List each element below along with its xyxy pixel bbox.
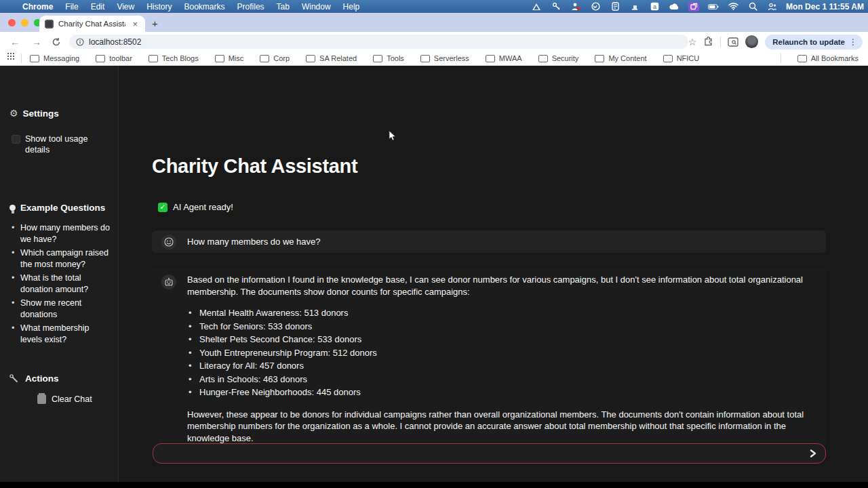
user-chat-message: How many members do we have?	[152, 230, 826, 253]
donor-count-item: Hunger-Free Neighborhoods: 445 donors	[189, 386, 816, 399]
toolbar-divider	[720, 37, 721, 47]
bookmark-folder[interactable]: My Content	[595, 54, 646, 62]
user-badge-icon[interactable]	[570, 2, 581, 12]
chat-input[interactable]	[153, 443, 826, 464]
menubar-item[interactable]: History	[140, 2, 178, 12]
example-questions-header: Example Questions	[9, 203, 105, 213]
bookmark-folder[interactable]: SA Related	[306, 54, 357, 62]
donor-count-item: Literacy for All: 457 donors	[189, 359, 816, 373]
screen: ChromeFileEditViewHistoryBookmarksProfil…	[0, 0, 868, 488]
clear-chat-button[interactable]: Clear Chat	[37, 394, 92, 404]
tab-favicon	[45, 20, 54, 28]
bookmark-folder[interactable]: NFICU	[663, 54, 700, 62]
user-avatar-icon	[161, 235, 176, 249]
menubar-item[interactable]: View	[111, 2, 140, 12]
chrome-toolbar: ← → localhost:8502 ☆ Relaunch to update …	[0, 32, 868, 52]
extensions-icon[interactable]	[703, 37, 713, 47]
back-button[interactable]: ←	[4, 37, 26, 47]
user-message-text: How many members do we have?	[187, 237, 321, 247]
menubar-item[interactable]: Help	[337, 2, 366, 12]
tool-usage-checkbox[interactable]	[12, 135, 20, 144]
app-main: Charity Chat Assistant ✓ AI Agent ready!…	[119, 66, 868, 482]
menubar-items: ChromeFileEditViewHistoryBookmarksProfil…	[16, 2, 366, 12]
site-info-icon[interactable]	[76, 38, 84, 46]
bookmark-folder[interactable]: Security	[538, 54, 579, 62]
screen-share-icon[interactable]	[688, 2, 699, 12]
all-bookmarks-button[interactable]: All Bookmarks	[797, 54, 859, 62]
bookmarks-divider-right	[781, 54, 781, 63]
menubar-item[interactable]: File	[59, 2, 84, 12]
cloud-icon[interactable]	[669, 2, 679, 12]
clear-chat-label: Clear Chat	[52, 394, 92, 404]
actions-header: Actions	[9, 373, 59, 384]
send-button[interactable]	[809, 449, 817, 458]
bookmark-folder[interactable]: Messaging	[30, 54, 79, 62]
address-bar[interactable]: localhost:8502	[69, 35, 688, 49]
example-questions-title: Example Questions	[20, 203, 105, 213]
menubar-item[interactable]: Window	[296, 2, 337, 12]
menubar-item[interactable]: Bookmarks	[178, 2, 231, 12]
tool-usage-label[interactable]: Show tool usage details	[25, 134, 101, 155]
url-text: localhost:8502	[89, 37, 141, 47]
bookmark-folder[interactable]: Tools	[373, 54, 404, 62]
example-question: Show me recent donations	[20, 298, 112, 320]
example-question: What is the total donation amount?	[20, 272, 112, 295]
forward-button[interactable]: →	[26, 37, 47, 47]
browser-circle-icon[interactable]	[590, 2, 601, 12]
bookmark-folder[interactable]: Tech Blogs	[149, 54, 199, 62]
bookmark-star-icon[interactable]: ☆	[688, 37, 697, 47]
bookmark-folder[interactable]: Serverless	[420, 54, 469, 62]
actions-title: Actions	[25, 373, 59, 384]
trash-icon	[37, 394, 46, 404]
profile-avatar[interactable]	[745, 35, 758, 48]
chrome-tabstrip: Charity Chat Assistant × +	[0, 13, 868, 32]
display-icon[interactable]	[629, 2, 640, 12]
bookmark-folder[interactable]: Misc	[215, 54, 244, 62]
menubar-clock[interactable]: Mon Dec 1 11:55 AM	[785, 2, 868, 12]
menubar-item[interactable]: Chrome	[16, 2, 59, 12]
relaunch-label: Relaunch to update	[772, 38, 845, 46]
menubar-item[interactable]: Profiles	[231, 2, 271, 12]
menubar-status-icons: a	[531, 2, 785, 12]
close-window-button[interactable]	[8, 19, 16, 26]
new-tab-button[interactable]: +	[152, 18, 158, 28]
reload-button[interactable]	[47, 37, 65, 47]
user-switch-icon[interactable]	[767, 2, 778, 12]
drive-sync-icon[interactable]	[531, 2, 542, 12]
svg-text:a: a	[653, 3, 656, 10]
relaunch-to-update-button[interactable]: Relaunch to update ⋮	[765, 35, 863, 49]
key-icon[interactable]	[551, 2, 561, 12]
tab-close-icon[interactable]: ×	[130, 19, 140, 29]
app-sidebar: ⚙ Settings Show tool usage details Examp…	[0, 66, 119, 482]
menubar-item[interactable]: Tab	[271, 2, 296, 12]
clipboard-icon[interactable]	[610, 2, 620, 12]
wifi-icon[interactable]	[728, 2, 738, 12]
bookmark-folder[interactable]: MWAA	[486, 54, 522, 62]
minimize-window-button[interactable]	[21, 19, 28, 26]
spotlight-search-icon[interactable]	[747, 2, 758, 12]
side-panel-icon[interactable]	[728, 37, 738, 47]
window-bottom-edge	[0, 482, 868, 488]
example-question: Which campaign raised the most money?	[20, 247, 112, 270]
example-question: How many members do we have?	[20, 222, 112, 245]
mouse-cursor	[389, 130, 397, 144]
battery-icon[interactable]	[708, 2, 719, 12]
chrome-menu-icon[interactable]: ⋮	[849, 37, 857, 47]
apps-grid-icon[interactable]	[7, 58, 14, 59]
example-question: What membership levels exist?	[20, 323, 112, 345]
assistant-outro-text: However, these appear to be donors for i…	[187, 409, 816, 445]
bookmark-folder[interactable]: Corp	[260, 54, 290, 62]
menubar-item[interactable]: Edit	[85, 2, 111, 12]
password-manager-icon[interactable]: a	[649, 2, 660, 12]
bookmarks-divider	[21, 54, 22, 63]
donor-count-item: Tech for Seniors: 533 donors	[189, 320, 816, 333]
donor-count-item: Arts in Schools: 463 donors	[189, 373, 816, 386]
browser-tab[interactable]: Charity Chat Assistant ×	[39, 16, 145, 32]
bookmark-folders: MessagingtoolbarTech BlogsMiscCorpSA Rel…	[30, 54, 699, 62]
bookmark-folder[interactable]: toolbar	[96, 54, 132, 62]
donor-count-item: Mental Health Awareness: 513 donors	[189, 306, 816, 320]
tab-title: Charity Chat Assistant	[58, 20, 125, 28]
agent-status-text: AI Agent ready!	[173, 202, 233, 212]
assistant-intro-text: Based on the information I found in the …	[187, 274, 816, 298]
assistant-chat-message: Based on the information I found in the …	[152, 267, 826, 451]
